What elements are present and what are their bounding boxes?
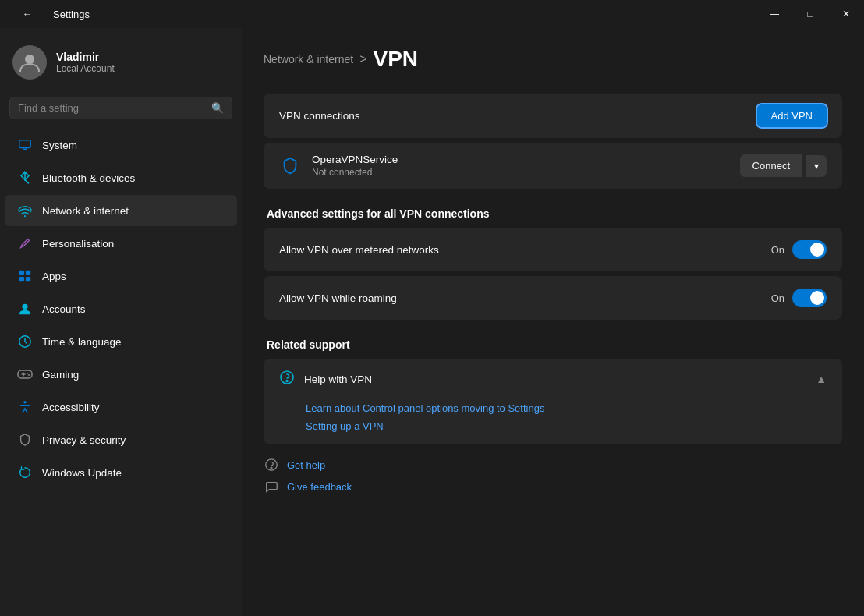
svg-point-12 (28, 374, 30, 376)
svg-rect-4 (19, 271, 24, 275)
allow-metered-toggle[interactable] (792, 240, 827, 259)
close-button[interactable]: ✕ (828, 0, 864, 28)
privacy-icon (17, 432, 33, 448)
chevron-down-icon: ▾ (814, 161, 819, 172)
vpn-service-row: OperaVPNService Not connected Connect ▾ (264, 143, 842, 189)
svg-point-8 (22, 304, 27, 310)
connect-chevron-button[interactable]: ▾ (806, 155, 827, 177)
allow-roaming-card: Allow VPN while roaming On (264, 276, 842, 320)
maximize-icon: □ (807, 9, 813, 19)
titlebar-title: Settings (53, 9, 90, 20)
svg-point-0 (25, 55, 34, 64)
system-icon (17, 137, 33, 153)
give-feedback-link[interactable]: Give feedback (264, 479, 842, 494)
sidebar-item-update-label: Windows Update (42, 467, 122, 479)
minimize-button[interactable]: — (756, 0, 792, 28)
vpn-service-status: Not connected (312, 167, 398, 178)
update-icon (17, 465, 33, 480)
sidebar-item-system[interactable]: System (5, 129, 237, 161)
sidebar-item-system-label: System (42, 140, 77, 151)
breadcrumb-parent[interactable]: Network & internet (264, 53, 353, 65)
avatar (12, 45, 47, 80)
add-vpn-button[interactable]: Add VPN (757, 104, 827, 127)
svg-rect-6 (19, 277, 24, 281)
breadcrumb: Network & internet > VPN (264, 47, 842, 72)
maximize-button[interactable]: □ (792, 0, 828, 28)
sidebar-item-bluetooth-label: Bluetooth & devices (42, 172, 135, 184)
sidebar-item-gaming-label: Gaming (42, 369, 79, 381)
back-icon: ← (23, 9, 32, 19)
main-layout: Vladimir Local Account 🔍 System Bluetoo (0, 28, 864, 616)
get-help-icon (264, 457, 279, 473)
vpn-service-info: OperaVPNService Not connected (279, 154, 398, 178)
vpn-connect-controls: Connect ▾ (740, 154, 827, 177)
minimize-icon: — (770, 9, 779, 19)
support-link-2[interactable]: Setting up a VPN (306, 420, 827, 432)
vpn-service-details: OperaVPNService Not connected (312, 154, 398, 178)
back-button[interactable]: ← (9, 0, 45, 28)
bluetooth-icon (17, 170, 33, 186)
sidebar-item-accounts[interactable]: Accounts (5, 293, 237, 324)
sidebar-item-privacy-label: Privacy & security (42, 434, 126, 446)
svg-point-17 (271, 467, 272, 469)
allow-metered-control: On (771, 240, 827, 259)
svg-point-15 (286, 381, 288, 382)
search-box[interactable]: 🔍 (9, 97, 232, 119)
window-controls: — □ ✕ (756, 0, 864, 28)
sidebar-item-network[interactable]: Network & internet (5, 195, 237, 226)
titlebar-left: ← Settings (9, 0, 90, 28)
sidebar-item-privacy[interactable]: Privacy & security (5, 424, 237, 455)
content-area: Network & internet > VPN VPN connections… (242, 28, 864, 616)
user-info: Vladimir Local Account (56, 51, 115, 74)
vpn-shield-icon (279, 155, 301, 177)
sidebar-item-accounts-label: Accounts (42, 303, 86, 315)
apps-icon (17, 268, 33, 284)
sidebar-item-update[interactable]: Windows Update (5, 457, 237, 488)
user-section[interactable]: Vladimir Local Account (0, 34, 242, 90)
sidebar-item-personalisation[interactable]: Personalisation (5, 228, 237, 259)
help-vpn-header[interactable]: Help with VPN ▲ (264, 359, 842, 399)
svg-point-3 (24, 215, 26, 217)
allow-metered-label: Allow VPN over metered networks (279, 244, 439, 256)
connect-button[interactable]: Connect (740, 154, 802, 177)
sidebar-item-apps[interactable]: Apps (5, 260, 237, 292)
svg-rect-7 (26, 277, 30, 281)
sidebar-item-accessibility-label: Accessibility (42, 402, 100, 413)
sidebar-item-time[interactable]: Time & language (5, 326, 237, 357)
help-vpn-card: Help with VPN ▲ Learn about Control pane… (264, 359, 842, 444)
allow-metered-card: Allow VPN over metered networks On (264, 228, 842, 271)
page-title: VPN (374, 47, 419, 72)
personalisation-icon (17, 235, 33, 251)
sidebar-item-apps-label: Apps (42, 271, 66, 282)
give-feedback-label: Give feedback (287, 481, 352, 493)
search-icon: 🔍 (211, 102, 224, 114)
network-icon (17, 203, 33, 218)
sidebar-item-accessibility[interactable]: Accessibility (5, 391, 237, 423)
svg-point-11 (27, 373, 28, 374)
help-vpn-label: Help with VPN (304, 373, 372, 385)
support-link-1[interactable]: Learn about Control panel options moving… (306, 402, 827, 414)
vpn-connections-card: VPN connections Add VPN (264, 94, 842, 138)
get-help-link[interactable]: Get help (264, 457, 842, 473)
allow-roaming-label: Allow VPN while roaming (279, 292, 397, 304)
gaming-icon (17, 366, 33, 382)
help-vpn-chevron-icon: ▲ (816, 373, 827, 385)
allow-roaming-toggle[interactable] (792, 289, 827, 307)
help-vpn-links: Learn about Control panel options moving… (264, 399, 842, 444)
give-feedback-icon (264, 479, 279, 494)
get-help-label: Get help (287, 459, 325, 471)
svg-point-13 (23, 401, 27, 404)
accounts-icon (17, 301, 33, 317)
allow-metered-status: On (771, 244, 784, 256)
advanced-settings-title: Advanced settings for all VPN connection… (264, 193, 842, 228)
search-input[interactable] (18, 102, 211, 114)
sidebar-item-gaming[interactable]: Gaming (5, 359, 237, 390)
allow-metered-row: Allow VPN over metered networks On (264, 228, 842, 271)
user-role: Local Account (56, 63, 115, 74)
vpn-service-name: OperaVPNService (312, 154, 398, 165)
accessibility-icon (17, 399, 33, 415)
sidebar-item-bluetooth[interactable]: Bluetooth & devices (5, 162, 237, 193)
sidebar-item-personalisation-label: Personalisation (42, 238, 114, 250)
breadcrumb-separator: > (359, 52, 366, 66)
help-vpn-icon (279, 370, 295, 388)
